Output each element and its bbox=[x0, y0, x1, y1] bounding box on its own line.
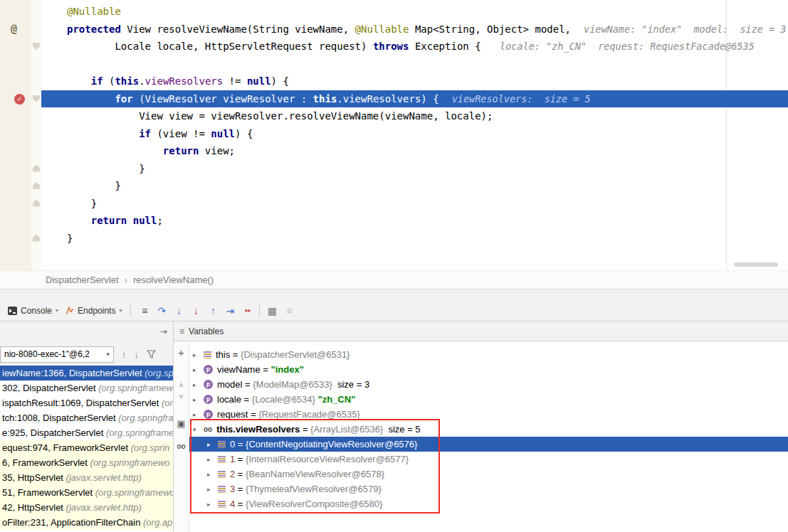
variable-row[interactable]: ▸prequest = {RequestFacade@6535} bbox=[189, 407, 788, 422]
add-watch-icon[interactable]: + bbox=[178, 347, 184, 358]
force-step-into-icon[interactable]: ↓ bbox=[187, 303, 204, 319]
stack-frame[interactable]: e:925, DispatcherServlet (org.springfram… bbox=[0, 425, 173, 440]
stack-frame[interactable]: oFilter:231, ApplicationFilterChain (org… bbox=[0, 515, 173, 530]
value-icon bbox=[218, 471, 226, 478]
variable-row[interactable]: ▸pmodel = {ModelMap@6533} size = 3 bbox=[189, 377, 788, 392]
endpoints-icon bbox=[65, 307, 74, 315]
breadcrumb-item[interactable]: DispatcherServlet bbox=[46, 275, 119, 285]
parameter-icon: p bbox=[204, 410, 213, 419]
next-frame-icon[interactable]: ↓ bbox=[135, 349, 140, 360]
code-line: } bbox=[41, 177, 788, 195]
chevron-down-icon: ▾ bbox=[106, 351, 110, 358]
stack-frame[interactable]: tch:1008, DispatcherServlet (org.springf… bbox=[0, 410, 173, 425]
chevron-right-icon[interactable]: ▸ bbox=[193, 411, 204, 418]
variable-value: {DispatcherServlet@6531} bbox=[241, 349, 350, 360]
variable-string-value: "index" bbox=[271, 364, 304, 375]
stack-frame[interactable]: 302, DispatcherServlet (org.springframew bbox=[0, 381, 173, 395]
variable-name: request bbox=[217, 409, 248, 420]
stack-frame[interactable]: 35, HttpServlet (javax.servlet.http) bbox=[0, 470, 173, 485]
chevron-right-icon[interactable]: ▸ bbox=[207, 456, 218, 463]
breakpoint-icon[interactable]: ✓ bbox=[14, 94, 25, 105]
code-line: } bbox=[41, 195, 788, 213]
variable-row[interactable]: ▸3 = {ThymeleafViewResolver@6579} bbox=[189, 482, 788, 496]
variable-name: 2 bbox=[230, 469, 235, 479]
toolbar-separator bbox=[130, 305, 131, 316]
chevron-down-icon[interactable]: ▾ bbox=[119, 307, 122, 314]
menu-icon[interactable]: ≡ bbox=[136, 303, 153, 319]
pin-icon[interactable]: ⇥ bbox=[160, 326, 167, 336]
code-line: if (this.viewResolvers != null) { bbox=[41, 73, 788, 90]
stack-frame[interactable]: 6, FrameworkServlet (org.springframewo bbox=[0, 455, 173, 470]
frames-panel: ⇥ nio-8080-exec-1"@6,2 ▾ ↑ ↓ iewName:136… bbox=[0, 321, 174, 532]
chevron-right-icon[interactable]: ▸ bbox=[193, 366, 204, 373]
chevron-right-icon[interactable]: ▸ bbox=[207, 501, 218, 508]
variable-row[interactable]: ▸0 = {ContentNegotiatingViewResolver@657… bbox=[189, 437, 788, 452]
value-icon bbox=[218, 501, 226, 508]
variable-size: size = 5 bbox=[383, 424, 420, 435]
previous-frame-icon[interactable]: ↑ bbox=[122, 349, 127, 360]
chevron-right-icon[interactable]: ▸ bbox=[207, 441, 218, 448]
watches-icon[interactable]: oo bbox=[177, 441, 185, 452]
toolbar-separator bbox=[259, 305, 260, 316]
variable-row[interactable]: ▸plocale = {Locale@6534} "zh_CN" bbox=[189, 392, 788, 407]
code-area: @Nullableprotected View resolveViewName(… bbox=[41, 0, 788, 270]
debug-toolbar: Console▾Endpoints▾ ≡↷↓↓↑⇥●●▦≡ bbox=[0, 300, 788, 321]
stack-frame[interactable]: 51, FrameworkServlet (org.springframewo bbox=[0, 485, 173, 500]
breadcrumb: DispatcherServlet›resolveViewName() bbox=[0, 270, 788, 289]
chevron-right-icon[interactable]: ▸ bbox=[193, 351, 204, 358]
frames-panel-header: ⇥ bbox=[0, 321, 173, 343]
copy-icon[interactable]: ▣ bbox=[177, 418, 185, 430]
filter-icon[interactable] bbox=[147, 350, 156, 358]
more-lines-icon[interactable]: ≡ bbox=[280, 303, 298, 319]
variable-value: {ModelMap@6533} bbox=[253, 379, 332, 390]
variable-row[interactable]: ▸1 = {InternalResourceViewResolver@6577} bbox=[189, 452, 788, 467]
code-line: return view; bbox=[41, 142, 788, 160]
variable-row[interactable]: ▸this = {DispatcherServlet@6531} bbox=[189, 347, 788, 362]
chevron-down-icon[interactable]: ▾ bbox=[193, 426, 204, 433]
step-into-icon[interactable]: ↓ bbox=[170, 303, 187, 319]
variable-row[interactable]: ▸pviewName = "index" bbox=[189, 362, 788, 377]
stack-frame[interactable]: equest:974, FrameworkServlet (org.sprin bbox=[0, 440, 173, 455]
tab-label: Endpoints bbox=[78, 306, 115, 316]
run-to-cursor-icon[interactable]: ⇥ bbox=[221, 303, 238, 319]
step-over-icon[interactable]: ↷ bbox=[153, 303, 170, 319]
variable-row[interactable]: ▸2 = {BeanNameViewResolver@6578} bbox=[189, 467, 788, 482]
variables-panel-title: Variables bbox=[189, 326, 224, 336]
variable-row[interactable]: ▾oothis.viewResolvers = {ArrayList@6536}… bbox=[189, 422, 788, 437]
tab-endpoints[interactable]: Endpoints▾ bbox=[62, 300, 125, 321]
variable-name: this bbox=[216, 349, 230, 360]
chevron-down-icon[interactable]: ▾ bbox=[56, 307, 58, 314]
chevron-right-icon[interactable]: ▸ bbox=[193, 381, 204, 388]
variable-name: 4 bbox=[230, 499, 235, 509]
console-icon bbox=[8, 307, 17, 315]
code-line: protected View resolveViewName(String vi… bbox=[41, 21, 788, 38]
variables-menu-icon[interactable]: ≡ bbox=[179, 326, 184, 336]
parameter-icon: p bbox=[204, 380, 213, 389]
breadcrumb-item[interactable]: resolveViewName() bbox=[133, 275, 214, 285]
variable-row[interactable]: ▸4 = {ViewResolverComposite@6580} bbox=[189, 496, 788, 511]
code-editor: @Nullableprotected View resolveViewName(… bbox=[0, 0, 788, 270]
tab-label: Console bbox=[21, 306, 52, 316]
stack-frame[interactable]: iewName:1366, DispatcherServlet (org.sp bbox=[0, 366, 173, 381]
layout-grid-icon[interactable]: ▦ bbox=[263, 303, 280, 319]
stack-frame[interactable]: ispatchResult:1069, DispatcherServlet (o… bbox=[0, 395, 173, 410]
scroll-down-icon: ▾ bbox=[179, 391, 184, 403]
chevron-right-icon[interactable]: ▸ bbox=[207, 486, 218, 493]
view-breakpoints-icon[interactable]: ●● bbox=[238, 303, 256, 319]
parameter-icon: p bbox=[204, 395, 213, 404]
chevron-right-icon[interactable]: ▸ bbox=[207, 471, 218, 478]
code-line: Locale locale, HttpServletRequest reques… bbox=[41, 38, 788, 55]
value-icon bbox=[204, 351, 211, 358]
variable-value: {BeanNameViewResolver@6578} bbox=[246, 469, 384, 479]
stack-frames-list: iewName:1366, DispatcherServlet (org.sp3… bbox=[0, 366, 173, 532]
tab-console[interactable]: Console▾ bbox=[4, 300, 62, 321]
horizontal-scrollbar[interactable] bbox=[734, 262, 778, 267]
step-out-icon[interactable]: ↑ bbox=[204, 303, 221, 319]
code-line: if (view != null) { bbox=[41, 125, 788, 143]
thread-dropdown[interactable]: nio-8080-exec-1"@6,2 ▾ bbox=[0, 346, 114, 363]
stack-frame[interactable]: 42, HttpServlet (javax.servlet.http) bbox=[0, 500, 173, 515]
chevron-right-icon[interactable]: ▸ bbox=[193, 396, 204, 403]
thread-selector-row: nio-8080-exec-1"@6,2 ▾ ↑ ↓ bbox=[0, 343, 173, 366]
variables-tree: ▸this = {DispatcherServlet@6531}▸pviewNa… bbox=[189, 341, 788, 532]
variable-name: model bbox=[217, 379, 242, 390]
